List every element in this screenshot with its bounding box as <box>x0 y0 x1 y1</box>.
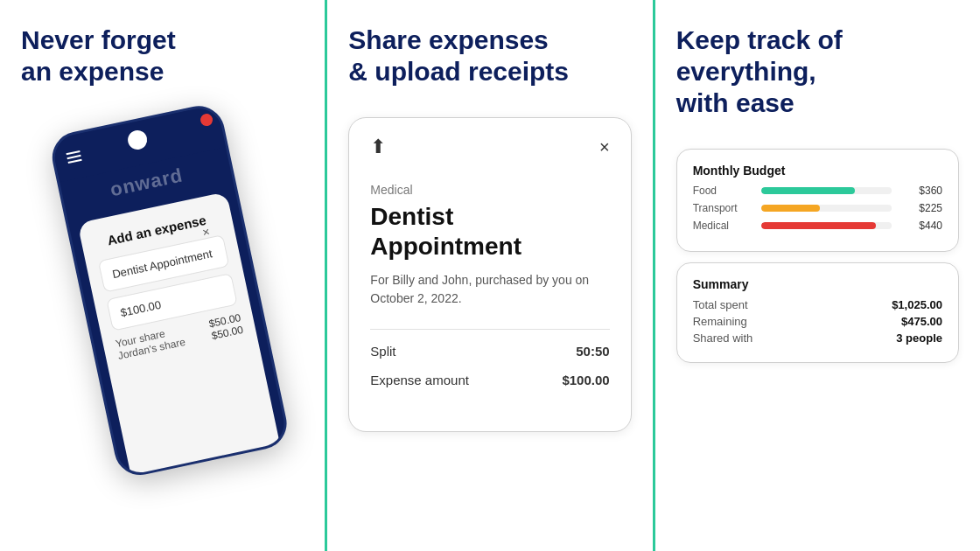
bar-medical-amount: $440 <box>899 220 942 232</box>
remaining-row: Remaining $475.00 <box>693 315 942 328</box>
receipt-divider <box>370 329 609 330</box>
total-spent-row: Total spent $1,025.00 <box>693 298 942 311</box>
bar-medical-label: Medical <box>693 220 754 232</box>
receipt-category-label: Medical <box>370 183 609 197</box>
bar-transport-bg <box>761 205 892 212</box>
shared-with-label: Shared with <box>693 331 753 345</box>
phone-content-area: Add an expense × Dentist Appointment $10… <box>77 192 281 479</box>
bar-food-label: Food <box>693 185 754 197</box>
summary-card-title: Summary <box>693 277 942 291</box>
expense-amount-label: Expense amount <box>370 373 469 387</box>
panel-share-expenses: Share expenses & upload receipts ⬆ × Med… <box>327 0 652 551</box>
bar-transport-fill <box>761 205 820 212</box>
bar-transport-label: Transport <box>693 202 754 214</box>
budget-card-title: Monthly Budget <box>693 164 942 178</box>
receipt-close-button[interactable]: × <box>599 137 610 157</box>
notification-badge <box>199 113 214 128</box>
receipt-description: For Billy and John, purchased by you on … <box>370 271 609 308</box>
panel2-title: Share expenses & upload receipts <box>348 24 631 87</box>
bar-transport: Transport $225 <box>693 202 942 214</box>
phone-body: onward Add an expense × Dentist Appointm… <box>47 101 291 480</box>
bar-food-amount: $360 <box>899 185 942 197</box>
expense-amount-value: $100.00 <box>562 373 609 387</box>
share-upload-icon[interactable]: ⬆ <box>370 136 386 158</box>
shared-with-row: Shared with 3 people <box>693 331 942 345</box>
shared-with-value: 3 people <box>896 331 942 345</box>
bar-food: Food $360 <box>693 185 942 197</box>
total-spent-label: Total spent <box>693 298 748 311</box>
hamburger-icon <box>66 150 81 164</box>
bar-food-fill <box>761 187 856 194</box>
summary-card: Summary Total spent $1,025.00 Remaining … <box>676 262 959 363</box>
split-value: 50:50 <box>576 344 609 359</box>
share-amounts: $50.00 $50.00 <box>207 311 244 342</box>
phone-mockup: onward Add an expense × Dentist Appointm… <box>47 98 312 498</box>
add-expense-modal: Add an expense × Dentist Appointment $10… <box>93 210 244 362</box>
total-spent-value: $1,025.00 <box>892 298 942 311</box>
remaining-value: $475.00 <box>901 315 942 328</box>
panel3-cards-container: Monthly Budget Food $360 Transport $225 … <box>676 149 959 363</box>
bar-medical-bg <box>761 222 892 229</box>
receipt-actions-row: ⬆ × <box>370 136 609 158</box>
bar-medical: Medical $440 <box>693 220 942 232</box>
budget-card: Monthly Budget Food $360 Transport $225 … <box>676 149 959 252</box>
panel-keep-track: Keep track of everything, with ease Mont… <box>655 0 980 551</box>
split-row: Split 50:50 <box>370 344 609 359</box>
receipt-expense-title: Dentist Appointment <box>370 202 609 261</box>
panel1-title: Never forget an expense <box>21 24 304 87</box>
receipt-detail-card: ⬆ × Medical Dentist Appointment For Bill… <box>348 117 631 432</box>
panel3-title: Keep track of everything, with ease <box>676 24 959 119</box>
bar-food-bg <box>761 187 892 194</box>
bar-medical-fill <box>761 222 876 229</box>
bar-transport-amount: $225 <box>899 202 942 214</box>
remaining-label: Remaining <box>693 315 747 328</box>
share-labels: Your share Jordan's share <box>114 324 186 362</box>
expense-amount-row: Expense amount $100.00 <box>370 373 609 387</box>
split-label: Split <box>370 344 396 359</box>
panel-never-forget: Never forget an expense onward Add an ex… <box>0 0 325 551</box>
